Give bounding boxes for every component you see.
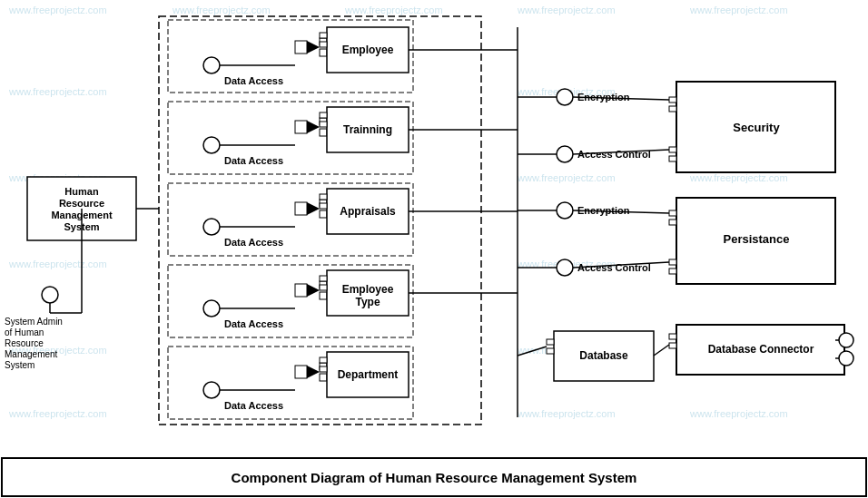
svg-text:Data Access: Data Access bbox=[224, 318, 283, 329]
svg-text:Type: Type bbox=[355, 296, 380, 308]
svg-rect-74 bbox=[320, 210, 327, 218]
svg-text:www.freeprojectz.com: www.freeprojectz.com bbox=[517, 408, 616, 419]
svg-text:www.freeprojectz.com: www.freeprojectz.com bbox=[8, 86, 107, 97]
svg-text:Data Access: Data Access bbox=[224, 75, 283, 86]
svg-text:www.freeprojectz.com: www.freeprojectz.com bbox=[517, 5, 616, 15]
svg-point-112 bbox=[557, 89, 573, 105]
svg-rect-76 bbox=[320, 194, 327, 200]
svg-point-92 bbox=[203, 300, 220, 317]
svg-rect-84 bbox=[295, 284, 307, 297]
svg-rect-99 bbox=[320, 374, 327, 381]
svg-text:www.freeprojectz.com: www.freeprojectz.com bbox=[689, 408, 788, 419]
svg-text:www.freeprojectz.com: www.freeprojectz.com bbox=[517, 172, 616, 183]
svg-rect-72 bbox=[295, 202, 307, 215]
svg-text:Resource: Resource bbox=[59, 198, 104, 209]
svg-point-126 bbox=[557, 202, 573, 219]
svg-text:System: System bbox=[5, 360, 35, 370]
svg-rect-60 bbox=[295, 121, 307, 133]
svg-rect-53 bbox=[320, 42, 327, 47]
svg-rect-141 bbox=[547, 339, 554, 345]
svg-rect-65 bbox=[320, 122, 327, 127]
svg-rect-122 bbox=[669, 156, 676, 161]
svg-rect-151 bbox=[669, 334, 676, 339]
svg-text:Trainning: Trainning bbox=[343, 123, 392, 136]
svg-text:Resource: Resource bbox=[5, 338, 44, 348]
svg-rect-134 bbox=[669, 220, 676, 225]
svg-rect-50 bbox=[320, 49, 327, 56]
svg-text:www.freeprojectz.com: www.freeprojectz.com bbox=[689, 172, 788, 183]
svg-point-115 bbox=[557, 146, 573, 162]
svg-rect-101 bbox=[320, 357, 327, 363]
svg-text:System Admin: System Admin bbox=[5, 317, 63, 327]
svg-line-153 bbox=[654, 345, 669, 356]
svg-rect-119 bbox=[669, 97, 676, 103]
svg-rect-97 bbox=[295, 366, 307, 378]
svg-text:Data Access: Data Access bbox=[224, 155, 283, 166]
svg-text:www.freeprojectz.com: www.freeprojectz.com bbox=[689, 5, 788, 15]
svg-point-104 bbox=[203, 382, 220, 398]
svg-text:Data Access: Data Access bbox=[224, 400, 283, 411]
svg-point-129 bbox=[557, 259, 573, 276]
svg-text:www.freeprojectz.com: www.freeprojectz.com bbox=[8, 5, 107, 15]
svg-point-67 bbox=[203, 137, 220, 153]
svg-rect-86 bbox=[320, 292, 327, 299]
svg-rect-121 bbox=[669, 147, 676, 152]
svg-text:Employee: Employee bbox=[342, 44, 394, 56]
svg-rect-52 bbox=[320, 33, 327, 38]
svg-text:www.freeprojectz.com: www.freeprojectz.com bbox=[172, 5, 271, 15]
svg-rect-62 bbox=[320, 129, 327, 136]
svg-text:Database Connector: Database Connector bbox=[708, 343, 814, 356]
svg-text:Security: Security bbox=[733, 121, 780, 134]
svg-text:Employee: Employee bbox=[342, 283, 394, 296]
svg-text:www.freeprojectz.com: www.freeprojectz.com bbox=[8, 408, 107, 419]
svg-rect-136 bbox=[669, 269, 676, 274]
svg-rect-77 bbox=[320, 203, 327, 209]
svg-text:Persistance: Persistance bbox=[724, 232, 790, 246]
svg-text:of Human: of Human bbox=[5, 327, 44, 337]
svg-text:Data Access: Data Access bbox=[224, 237, 283, 248]
svg-rect-64 bbox=[320, 112, 327, 118]
svg-rect-102 bbox=[320, 366, 327, 372]
svg-point-79 bbox=[203, 219, 220, 235]
svg-text:Department: Department bbox=[338, 368, 399, 381]
svg-text:Human: Human bbox=[64, 186, 99, 197]
svg-text:Appraisals: Appraisals bbox=[340, 205, 396, 218]
svg-rect-135 bbox=[669, 259, 676, 265]
svg-rect-120 bbox=[669, 106, 676, 112]
svg-rect-142 bbox=[547, 348, 554, 354]
diagram-caption: Component Diagram of Human Resource Mana… bbox=[232, 470, 637, 485]
svg-rect-152 bbox=[669, 343, 676, 348]
svg-point-55 bbox=[203, 57, 220, 73]
svg-text:www.freeprojectz.com: www.freeprojectz.com bbox=[344, 5, 443, 15]
svg-rect-89 bbox=[320, 285, 327, 290]
svg-rect-88 bbox=[320, 276, 327, 281]
svg-text:Database: Database bbox=[579, 349, 628, 362]
svg-point-147 bbox=[839, 333, 853, 347]
svg-text:www.freeprojectz.com: www.freeprojectz.com bbox=[8, 259, 107, 269]
svg-point-36 bbox=[42, 287, 58, 303]
svg-rect-133 bbox=[669, 210, 676, 216]
svg-text:Management: Management bbox=[5, 349, 58, 359]
svg-point-148 bbox=[839, 351, 853, 366]
svg-rect-48 bbox=[295, 41, 307, 54]
